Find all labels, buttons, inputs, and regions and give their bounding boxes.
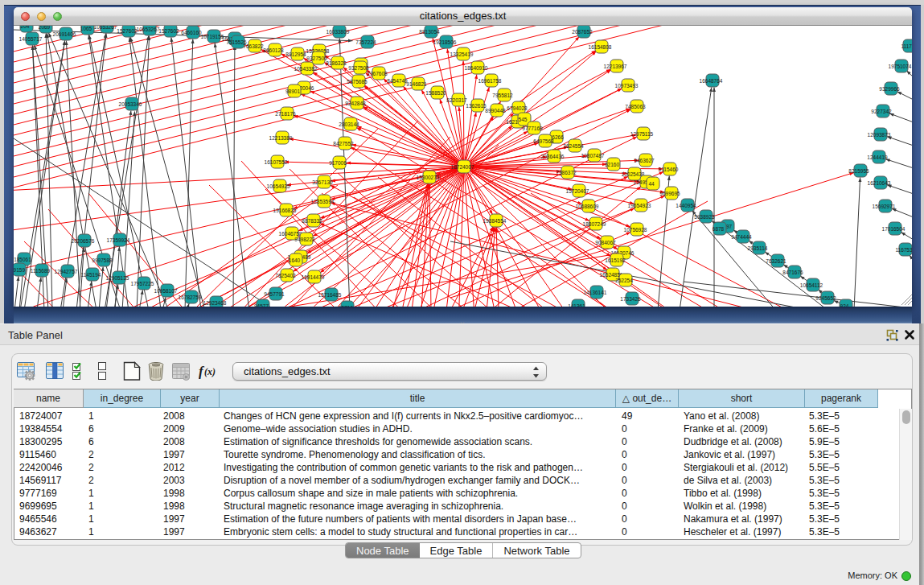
svg-text:8471676: 8471676 bbox=[782, 270, 803, 275]
svg-text:545: 545 bbox=[519, 117, 528, 122]
svg-text:17359924: 17359924 bbox=[107, 237, 130, 243]
svg-text:8215955: 8215955 bbox=[848, 168, 869, 174]
svg-text:44: 44 bbox=[648, 181, 655, 187]
svg-text:1145194: 1145194 bbox=[81, 272, 101, 278]
svg-text:16648764: 16648764 bbox=[700, 78, 723, 84]
svg-text:19166825: 19166825 bbox=[273, 208, 297, 213]
svg-text:10807487: 10807487 bbox=[581, 153, 605, 159]
svg-text:20364436: 20364436 bbox=[541, 154, 565, 159]
svg-text:9474444: 9474444 bbox=[731, 234, 752, 240]
svg-text:2718176: 2718176 bbox=[275, 111, 296, 117]
svg-text:15692971: 15692971 bbox=[873, 204, 896, 209]
svg-text:12923468: 12923468 bbox=[203, 300, 227, 306]
svg-text:8220317: 8220317 bbox=[446, 97, 467, 103]
svg-text:1588520: 1588520 bbox=[425, 90, 446, 96]
svg-text:17957225: 17957225 bbox=[131, 281, 154, 286]
svg-text:1615192: 1615192 bbox=[605, 257, 626, 263]
svg-text:18724007: 18724007 bbox=[451, 164, 474, 170]
svg-text:2069: 2069 bbox=[39, 26, 51, 30]
svg-text:16961758: 16961758 bbox=[478, 78, 502, 84]
svg-text:12213389: 12213389 bbox=[269, 135, 293, 141]
svg-text:9327500: 9327500 bbox=[306, 56, 327, 61]
svg-text:16107552: 16107552 bbox=[265, 159, 288, 165]
svg-text:12213967: 12213967 bbox=[604, 64, 627, 69]
svg-text:14136141: 14136141 bbox=[584, 290, 607, 295]
svg-text:7485063: 7485063 bbox=[625, 104, 646, 109]
svg-text:9699695: 9699695 bbox=[659, 191, 680, 196]
svg-text:7986372: 7986372 bbox=[556, 170, 577, 175]
svg-text:15300273: 15300273 bbox=[417, 175, 440, 180]
svg-text:12975115: 12975115 bbox=[630, 131, 654, 137]
svg-text:10653267: 10653267 bbox=[94, 26, 117, 30]
svg-text:2967608: 2967608 bbox=[367, 71, 388, 76]
svg-text:9084067: 9084067 bbox=[595, 240, 616, 245]
svg-text:11178: 11178 bbox=[901, 43, 912, 49]
svg-text:19384554: 19384554 bbox=[483, 218, 507, 224]
svg-text:16154808: 16154808 bbox=[589, 44, 612, 50]
svg-text:1065: 1065 bbox=[80, 26, 92, 31]
svg-text:16033809: 16033809 bbox=[326, 29, 350, 35]
svg-text:9777169: 9777169 bbox=[522, 126, 543, 131]
svg-text:116753: 116753 bbox=[895, 247, 912, 253]
svg-text:20691406: 20691406 bbox=[53, 31, 76, 37]
svg-text:9457791: 9457791 bbox=[264, 291, 285, 297]
svg-text:10688609: 10688609 bbox=[576, 204, 599, 209]
svg-text:14055717: 14055717 bbox=[19, 36, 43, 42]
svg-text:9463627: 9463627 bbox=[634, 158, 655, 163]
svg-text:(x): (x) bbox=[204, 366, 216, 377]
svg-text:1440954: 1440954 bbox=[676, 203, 696, 208]
svg-text:9242848: 9242848 bbox=[345, 101, 366, 106]
svg-text:12942757: 12942757 bbox=[55, 269, 78, 274]
svg-text:20053346: 20053346 bbox=[119, 101, 142, 107]
svg-text:20206576: 20206576 bbox=[72, 238, 95, 244]
svg-text:8813054: 8813054 bbox=[419, 29, 440, 35]
svg-text:98901: 98901 bbox=[285, 89, 300, 94]
svg-text:18640910: 18640910 bbox=[465, 65, 488, 71]
svg-text:1733426: 1733426 bbox=[620, 296, 641, 302]
svg-text:39159: 39159 bbox=[14, 267, 25, 273]
svg-text:10756928: 10756928 bbox=[624, 227, 647, 233]
svg-text:9329966: 9329966 bbox=[879, 86, 900, 92]
svg-text:10654925: 10654925 bbox=[267, 183, 290, 189]
svg-text:10719155: 10719155 bbox=[201, 34, 224, 39]
svg-text:10973493: 10973493 bbox=[615, 83, 639, 89]
svg-text:8990448: 8990448 bbox=[485, 108, 506, 113]
svg-text:3267130: 3267130 bbox=[312, 179, 333, 185]
svg-text:1115689: 1115689 bbox=[31, 268, 51, 274]
svg-text:6497568: 6497568 bbox=[533, 138, 554, 144]
svg-text:7625402: 7625402 bbox=[275, 273, 296, 278]
svg-text:2803144: 2803144 bbox=[339, 122, 359, 127]
svg-text:19218506: 19218506 bbox=[433, 39, 457, 45]
svg-text:9498222: 9498222 bbox=[294, 237, 315, 242]
svg-text:12093873: 12093873 bbox=[868, 132, 891, 138]
svg-text:3624554: 3624554 bbox=[563, 143, 584, 149]
svg-text:10958107: 10958107 bbox=[154, 288, 178, 294]
svg-text:18807249: 18807249 bbox=[583, 221, 606, 227]
svg-text:7357224: 7357224 bbox=[355, 39, 376, 45]
svg-text:9997588: 9997588 bbox=[92, 257, 113, 263]
svg-text:9327508: 9327508 bbox=[348, 65, 369, 71]
svg-text:7663822: 7663822 bbox=[243, 43, 264, 49]
svg-text:252254: 252254 bbox=[615, 278, 633, 283]
svg-text:8454749: 8454749 bbox=[387, 78, 408, 84]
svg-text:1640: 1640 bbox=[289, 257, 301, 263]
svg-text:5875685: 5875685 bbox=[347, 79, 368, 84]
svg-text:204: 204 bbox=[21, 26, 30, 29]
svg-text:2935114: 2935114 bbox=[748, 245, 768, 251]
svg-text:8912954: 8912954 bbox=[285, 51, 306, 57]
svg-text:924: 924 bbox=[840, 303, 849, 307]
svg-text:15716485: 15716485 bbox=[318, 292, 342, 298]
svg-text:6878: 6878 bbox=[713, 226, 725, 232]
svg-text:1362615: 1362615 bbox=[466, 103, 487, 109]
svg-text:16046758: 16046758 bbox=[279, 231, 302, 237]
svg-text:10025438: 10025438 bbox=[622, 171, 645, 177]
svg-text:185061: 185061 bbox=[14, 257, 31, 262]
svg-text:9115460: 9115460 bbox=[659, 167, 679, 172]
svg-text:19751074: 19751074 bbox=[889, 64, 912, 69]
svg-text:10654112: 10654112 bbox=[800, 282, 823, 288]
svg-text:10543382: 10543382 bbox=[294, 66, 318, 72]
svg-text:62160: 62160 bbox=[605, 162, 619, 167]
svg-text:1527602: 1527602 bbox=[158, 28, 179, 34]
svg-text:1527602: 1527602 bbox=[117, 28, 138, 34]
svg-text:6794028: 6794028 bbox=[507, 105, 528, 111]
